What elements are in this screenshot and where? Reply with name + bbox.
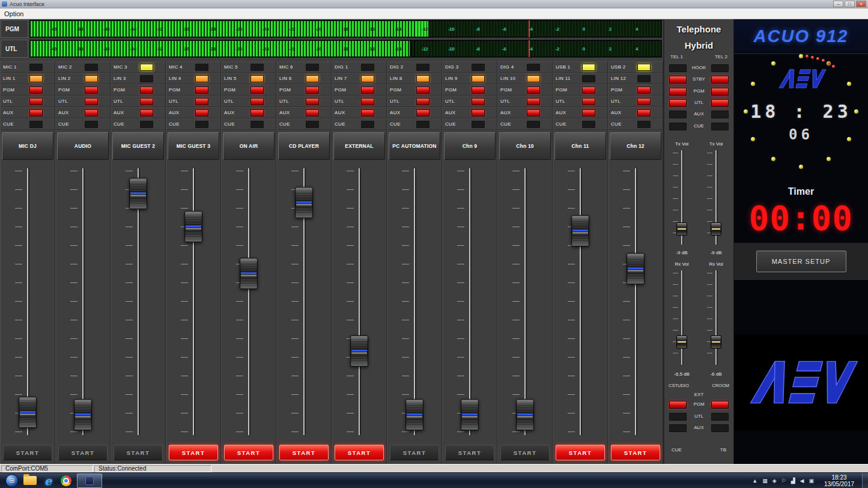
utl-led[interactable] <box>361 98 374 105</box>
aux-led[interactable] <box>195 109 208 117</box>
source-led[interactable] <box>472 64 485 71</box>
pgm-led[interactable] <box>306 87 319 94</box>
fader-knob[interactable] <box>129 178 147 209</box>
source-led[interactable] <box>306 64 319 71</box>
acuo-app-taskbar-button[interactable] <box>75 473 104 488</box>
aux-led[interactable] <box>361 109 374 117</box>
channel-name-button[interactable]: ON AIR <box>223 132 275 160</box>
pgm-led[interactable] <box>416 87 429 94</box>
chrome-icon[interactable] <box>57 473 75 488</box>
cue-led[interactable] <box>85 121 98 128</box>
line-led[interactable] <box>582 75 595 82</box>
start-button[interactable]: START <box>335 445 384 460</box>
line-led[interactable] <box>416 75 429 82</box>
ext-right-pgm-button[interactable] <box>711 401 729 409</box>
pgm-led[interactable] <box>582 87 595 94</box>
source-led[interactable] <box>637 64 651 71</box>
utl-led[interactable] <box>85 98 98 105</box>
master-setup-button[interactable]: MASTER SETUP <box>756 251 846 272</box>
windows-start-button[interactable]: ⊞ <box>3 473 21 488</box>
source-led[interactable] <box>29 64 43 71</box>
aux-led[interactable] <box>250 109 264 117</box>
pgm-led[interactable] <box>250 87 264 94</box>
line-led[interactable] <box>195 75 208 82</box>
utl-led[interactable] <box>306 98 319 105</box>
fader-knob[interactable] <box>571 215 589 246</box>
taskbar-clock[interactable]: 18:23 13/05/2017 <box>819 474 860 487</box>
aux-led[interactable] <box>637 109 651 117</box>
source-led[interactable] <box>195 64 208 71</box>
utl-led[interactable] <box>250 98 264 105</box>
start-button[interactable]: START <box>169 445 218 460</box>
fader-knob[interactable] <box>516 399 534 430</box>
fader-knob[interactable] <box>240 258 258 289</box>
maximize-button[interactable]: □ <box>845 1 855 7</box>
channel-name-button[interactable]: PC AUTOMATION <box>389 132 440 160</box>
cue-led[interactable] <box>527 121 540 128</box>
channel-name-button[interactable]: MIC GUEST 3 <box>168 132 219 160</box>
channel-name-button[interactable]: Chn 12 <box>610 132 661 160</box>
utl-led[interactable] <box>195 98 208 105</box>
aux-led[interactable] <box>527 109 540 117</box>
start-button[interactable]: START <box>114 445 163 460</box>
fader-knob[interactable] <box>19 397 37 428</box>
source-led[interactable] <box>582 64 595 71</box>
utl-led[interactable] <box>637 98 651 105</box>
fader-knob[interactable] <box>461 399 479 430</box>
start-button[interactable]: START <box>224 445 273 460</box>
cue-led[interactable] <box>416 121 429 128</box>
utl-led[interactable] <box>582 98 595 105</box>
source-led[interactable] <box>85 64 98 71</box>
pgm-led[interactable] <box>195 87 208 94</box>
source-led[interactable] <box>361 64 374 71</box>
start-button[interactable]: START <box>390 445 439 460</box>
pgm-led[interactable] <box>140 87 153 94</box>
fader-knob[interactable] <box>184 211 202 242</box>
aux-led[interactable] <box>582 109 595 117</box>
source-led[interactable] <box>140 64 153 71</box>
utl-led[interactable] <box>29 98 43 105</box>
cue-led[interactable] <box>361 121 374 128</box>
channel-name-button[interactable]: AUDIO <box>57 132 109 160</box>
start-button[interactable]: START <box>611 445 660 460</box>
utl-led[interactable] <box>140 98 153 105</box>
line-led[interactable] <box>306 75 319 82</box>
menu-option[interactable]: Option <box>0 10 28 17</box>
ext-right-aux-button[interactable] <box>711 424 729 432</box>
utl-led[interactable] <box>527 98 540 105</box>
start-button[interactable]: START <box>58 445 108 460</box>
line-led[interactable] <box>250 75 264 82</box>
start-button[interactable]: START <box>279 445 329 460</box>
start-button[interactable]: START <box>500 445 550 460</box>
channel-name-button[interactable]: EXTERNAL <box>333 132 385 160</box>
tray-app-icon-2[interactable]: ◈ <box>772 473 777 488</box>
channel-name-button[interactable]: MIC DJ <box>2 132 53 160</box>
aux-led[interactable] <box>140 109 153 117</box>
start-button[interactable]: START <box>556 445 605 460</box>
utl-led[interactable] <box>416 98 429 105</box>
cue-led[interactable] <box>306 121 319 128</box>
source-led[interactable] <box>250 64 264 71</box>
pgm-led[interactable] <box>472 87 485 94</box>
pgm-led[interactable] <box>527 87 540 94</box>
aux-led[interactable] <box>85 109 98 117</box>
fader-knob[interactable] <box>74 399 92 430</box>
line-led[interactable] <box>85 75 98 82</box>
cue-led[interactable] <box>472 121 485 128</box>
utl-led[interactable] <box>472 98 485 105</box>
line-led[interactable] <box>29 75 43 82</box>
internet-explorer-icon[interactable]: e <box>39 473 57 488</box>
channel-name-button[interactable]: CD PLAYER <box>278 132 330 160</box>
channel-name-button[interactable]: Chn 11 <box>554 132 606 160</box>
show-hidden-icons-icon[interactable]: ▲ <box>752 473 757 488</box>
cue-led[interactable] <box>250 121 264 128</box>
network-icon[interactable]: ▟ <box>791 473 795 488</box>
fader-knob[interactable] <box>627 253 645 284</box>
channel-name-button[interactable]: Chn 10 <box>499 132 551 160</box>
tray-app-icon-1[interactable]: ▦ <box>762 473 768 488</box>
pgm-led[interactable] <box>637 87 651 94</box>
fader-knob[interactable] <box>295 187 313 218</box>
source-led[interactable] <box>527 64 540 71</box>
start-button[interactable]: START <box>445 445 494 460</box>
cue-led[interactable] <box>582 121 595 128</box>
